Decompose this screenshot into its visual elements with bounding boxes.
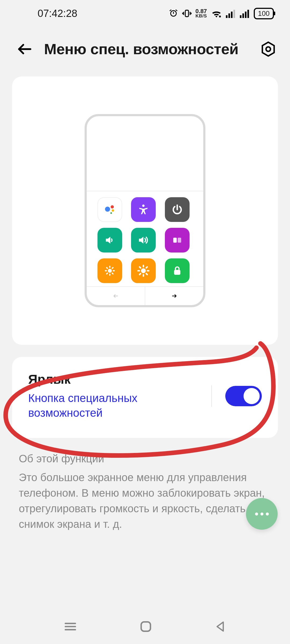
svg-rect-2 bbox=[226, 15, 227, 18]
battery-indicator: 100 bbox=[254, 8, 274, 19]
svg-rect-5 bbox=[233, 10, 235, 18]
home-button[interactable] bbox=[139, 620, 153, 634]
svg-rect-17 bbox=[141, 622, 151, 631]
page-title: Меню спец. возможностей bbox=[44, 40, 249, 58]
back-icon[interactable] bbox=[16, 41, 33, 58]
next-page-icon bbox=[145, 287, 203, 305]
phone-preview-nav bbox=[87, 286, 203, 305]
svg-point-14 bbox=[108, 269, 112, 273]
prev-page-icon bbox=[87, 287, 145, 305]
svg-rect-8 bbox=[245, 12, 247, 18]
lock-icon bbox=[165, 258, 190, 283]
power-icon bbox=[165, 197, 190, 222]
vibrate-icon bbox=[182, 9, 192, 18]
about-section: Об этой функции Это большое экранное мен… bbox=[0, 450, 290, 532]
svg-point-1 bbox=[219, 16, 221, 17]
network-speed: 0.87 KB/S bbox=[195, 9, 207, 18]
svg-rect-6 bbox=[240, 15, 241, 18]
recents-button[interactable] bbox=[63, 619, 78, 634]
volume-down-icon bbox=[97, 228, 122, 253]
svg-rect-16 bbox=[174, 270, 180, 275]
shortcut-title: Ярлык bbox=[28, 372, 206, 387]
volume-up-icon bbox=[131, 228, 156, 253]
svg-point-11 bbox=[142, 204, 145, 207]
shortcut-subtitle[interactable]: Кнопка специальных возможностей bbox=[28, 391, 152, 420]
svg-rect-0 bbox=[185, 10, 189, 17]
divider bbox=[211, 385, 212, 407]
svg-point-15 bbox=[141, 268, 146, 273]
svg-rect-4 bbox=[231, 12, 233, 18]
svg-rect-3 bbox=[228, 13, 230, 18]
page-header: Меню спец. возможностей bbox=[0, 27, 290, 76]
signal-2-icon bbox=[240, 9, 250, 18]
assistant-icon bbox=[97, 197, 122, 222]
shortcut-card: Ярлык Кнопка специальных возможностей bbox=[12, 357, 278, 438]
brightness-up-icon bbox=[131, 258, 156, 283]
status-time: 07:42:28 bbox=[38, 8, 77, 19]
preview-card bbox=[12, 76, 278, 345]
shortcut-toggle[interactable] bbox=[225, 386, 262, 406]
about-body: Это большое экранное меню для управления… bbox=[19, 470, 271, 532]
recents-icon bbox=[165, 228, 190, 253]
accessibility-icon bbox=[131, 197, 156, 222]
phone-preview bbox=[85, 114, 205, 307]
accessibility-menu-grid bbox=[87, 191, 203, 286]
svg-rect-12 bbox=[173, 238, 177, 243]
brightness-down-icon bbox=[97, 258, 122, 283]
settings-hex-icon[interactable] bbox=[260, 41, 277, 57]
status-icons: 0.87 KB/S 100 bbox=[169, 8, 274, 19]
status-bar: 07:42:28 0.87 KB/S 100 bbox=[0, 0, 290, 27]
system-nav-bar bbox=[0, 609, 290, 644]
about-heading: Об этой функции bbox=[19, 453, 271, 465]
svg-rect-9 bbox=[247, 10, 249, 18]
wifi-icon bbox=[211, 9, 222, 18]
svg-rect-13 bbox=[177, 238, 181, 243]
back-button[interactable] bbox=[214, 620, 227, 633]
alarm-icon bbox=[169, 9, 178, 18]
more-fab[interactable] bbox=[246, 498, 278, 530]
svg-rect-7 bbox=[242, 13, 244, 18]
svg-point-10 bbox=[266, 47, 271, 51]
signal-1-icon bbox=[226, 9, 236, 18]
